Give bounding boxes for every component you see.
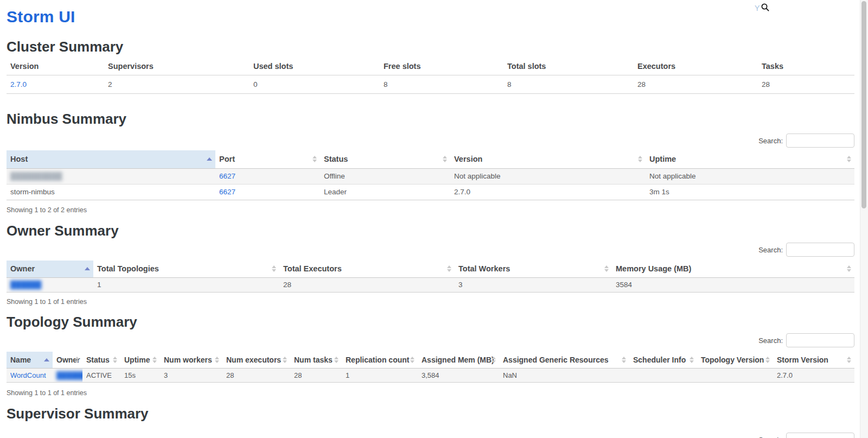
search-icon[interactable] bbox=[761, 3, 770, 14]
redacted-owner-link[interactable]: ██████ bbox=[56, 371, 82, 379]
cluster-tasks-cell: 28 bbox=[758, 75, 854, 93]
top-icons: Y bbox=[755, 2, 770, 14]
sort-both-icon bbox=[215, 357, 219, 363]
search-label: Search: bbox=[758, 246, 783, 254]
owner-memory-usage-cell: 3584 bbox=[612, 277, 854, 292]
scrollbar-thumb[interactable] bbox=[861, 1, 866, 208]
column-header-executors: Executors bbox=[634, 58, 758, 75]
topology-header-row: Name Owner Status Uptime Num workers Num… bbox=[7, 352, 854, 368]
nimbus-search-input[interactable] bbox=[786, 134, 854, 148]
column-header-version[interactable]: Version bbox=[450, 150, 646, 168]
sort-both-icon bbox=[272, 265, 276, 272]
column-header-status[interactable]: Status bbox=[320, 150, 450, 168]
topology-status-cell: ACTIVE bbox=[82, 368, 120, 382]
cluster-summary-heading: Cluster Summary bbox=[7, 39, 123, 55]
topology-version-cell bbox=[697, 368, 773, 382]
column-header-total-workers[interactable]: Total Workers bbox=[455, 261, 612, 277]
sort-both-icon bbox=[638, 156, 642, 162]
nimbus-version-cell: Not applicable bbox=[450, 168, 646, 184]
cluster-total-slots-cell: 8 bbox=[503, 75, 634, 93]
table-row: storm-nimbus 6627 Leader 2.7.0 3m 1s bbox=[7, 184, 854, 200]
topology-name-link[interactable]: WordCount bbox=[10, 371, 46, 379]
column-header-status[interactable]: Status bbox=[82, 352, 120, 368]
cluster-summary-table: Version Supervisors Used slots Free slot… bbox=[7, 58, 854, 94]
sort-both-icon bbox=[847, 156, 851, 162]
version-link[interactable]: 2.7.0 bbox=[10, 80, 27, 88]
storm-ui-page: Storm UI Y Cluster Summary Version Super… bbox=[0, 0, 868, 438]
sort-asc-icon bbox=[44, 358, 49, 361]
topology-name-cell: WordCount bbox=[7, 368, 53, 382]
topology-search-input[interactable] bbox=[786, 333, 854, 347]
column-header-host[interactable]: Host bbox=[7, 150, 215, 168]
column-header-num-executors[interactable]: Num executors bbox=[222, 352, 290, 368]
column-header-storm-version[interactable]: Storm Version bbox=[773, 352, 854, 368]
cluster-free-slots-cell: 8 bbox=[380, 75, 503, 93]
nimbus-search: Search: bbox=[758, 134, 854, 148]
sort-both-icon bbox=[447, 265, 451, 272]
redacted-owner-link[interactable]: ██████ bbox=[10, 281, 41, 289]
sort-both-icon bbox=[847, 357, 851, 363]
search-label: Search: bbox=[758, 436, 783, 438]
table-row: 2.7.0 2 0 8 8 28 28 bbox=[7, 75, 854, 93]
cluster-version-cell: 2.7.0 bbox=[7, 75, 104, 93]
sort-both-icon bbox=[622, 357, 626, 363]
cluster-supervisors-cell: 2 bbox=[104, 75, 250, 93]
nimbus-version-cell: 2.7.0 bbox=[450, 184, 646, 200]
nimbus-status-cell: Offline bbox=[320, 168, 450, 184]
nimbus-status-cell: Leader bbox=[320, 184, 450, 200]
nimbus-port-cell: 6627 bbox=[215, 168, 320, 184]
sort-both-icon bbox=[410, 357, 414, 363]
topology-assigned-mem-cell: 3,584 bbox=[418, 368, 499, 382]
table-row: ██████ 1 28 3 3584 bbox=[7, 277, 854, 292]
column-header-total-slots: Total slots bbox=[503, 58, 634, 75]
column-header-name[interactable]: Name bbox=[7, 352, 53, 368]
owner-summary-heading: Owner Summary bbox=[7, 223, 119, 239]
column-header-uptime[interactable]: Uptime bbox=[646, 150, 854, 168]
nimbus-entries-info: Showing 1 to 2 of 2 entries bbox=[7, 206, 87, 214]
column-header-assigned-generic-resources[interactable]: Assigned Generic Resources bbox=[499, 352, 629, 368]
cluster-used-slots-cell: 0 bbox=[250, 75, 380, 93]
column-header-owner[interactable]: Owner bbox=[53, 352, 82, 368]
column-header-owner[interactable]: Owner bbox=[7, 261, 93, 277]
port-link[interactable]: 6627 bbox=[219, 172, 235, 180]
column-header-num-workers[interactable]: Num workers bbox=[160, 352, 222, 368]
cluster-header-row: Version Supervisors Used slots Free slot… bbox=[7, 58, 854, 75]
topology-search: Search: bbox=[758, 333, 854, 347]
owner-search: Search: bbox=[758, 243, 854, 257]
column-header-used-slots: Used slots bbox=[250, 58, 380, 75]
column-header-num-tasks[interactable]: Num tasks bbox=[290, 352, 342, 368]
owner-entries-info: Showing 1 to 1 of 1 entries bbox=[7, 298, 87, 306]
topology-uptime-cell: 15s bbox=[120, 368, 160, 382]
sort-both-icon bbox=[690, 357, 694, 363]
sort-asc-icon bbox=[85, 267, 90, 270]
nimbus-host-cell: storm-nimbus bbox=[7, 184, 215, 200]
app-title[interactable]: Storm UI bbox=[7, 8, 75, 26]
column-header-port[interactable]: Port bbox=[215, 150, 320, 168]
table-row: WordCount ██████ ACTIVE 15s 3 28 28 1 3,… bbox=[7, 368, 854, 382]
sort-both-icon bbox=[443, 156, 447, 162]
topology-summary-heading: Topology Summary bbox=[7, 314, 137, 331]
filter-icon[interactable]: Y bbox=[755, 4, 760, 12]
sort-both-icon bbox=[765, 357, 770, 363]
column-header-assigned-mem[interactable]: Assigned Mem (MB) bbox=[418, 352, 499, 368]
owner-search-input[interactable] bbox=[786, 243, 854, 257]
topology-replication-count-cell: 1 bbox=[342, 368, 418, 382]
column-header-total-executors[interactable]: Total Executors bbox=[279, 261, 455, 277]
nimbus-summary-heading: Nimbus Summary bbox=[7, 111, 126, 128]
column-header-memory-usage[interactable]: Memory Usage (MB) bbox=[612, 261, 854, 277]
supervisor-search-input[interactable] bbox=[786, 433, 854, 438]
column-header-topology-version[interactable]: Topology Version bbox=[697, 352, 773, 368]
supervisor-summary-heading: Supervisor Summary bbox=[7, 405, 149, 422]
topology-num-workers-cell: 3 bbox=[160, 368, 222, 382]
column-header-total-topologies[interactable]: Total Topologies bbox=[93, 261, 279, 277]
column-header-uptime[interactable]: Uptime bbox=[120, 352, 160, 368]
topology-summary-table: Name Owner Status Uptime Num workers Num… bbox=[7, 352, 854, 383]
column-header-tasks: Tasks bbox=[758, 58, 854, 75]
nimbus-header-row: Host Port Status Version Uptime bbox=[7, 150, 854, 168]
nimbus-uptime-cell: 3m 1s bbox=[646, 184, 854, 200]
column-header-scheduler-info[interactable]: Scheduler Info bbox=[629, 352, 697, 368]
sort-both-icon bbox=[492, 357, 496, 363]
column-header-replication-count[interactable]: Replication count bbox=[342, 352, 418, 368]
owner-total-workers-cell: 3 bbox=[455, 277, 612, 292]
port-link[interactable]: 6627 bbox=[219, 188, 235, 196]
